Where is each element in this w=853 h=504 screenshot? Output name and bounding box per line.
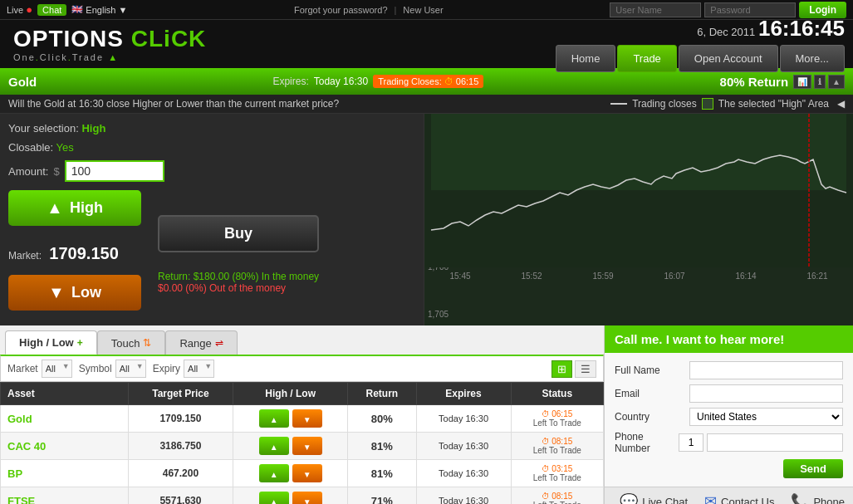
- asset-cell: CAC 40: [1, 433, 129, 460]
- send-button[interactable]: Send: [783, 459, 843, 478]
- header: OPTIONS CLiCK One.Click.Trade ▲ 6, Dec 2…: [0, 20, 853, 68]
- chevron-down-icon: ▼: [118, 5, 127, 15]
- amount-row: Amount: $: [8, 160, 415, 182]
- low-btn-bp[interactable]: ▼: [292, 464, 322, 482]
- username-input[interactable]: [610, 2, 701, 17]
- up-arrow-icon: ▲: [47, 198, 63, 218]
- language-selector[interactable]: 🇬🇧 English ▼: [71, 4, 127, 15]
- symbol-select[interactable]: All: [115, 360, 146, 378]
- market-select[interactable]: All: [42, 360, 72, 378]
- trade-question: Will the Gold at 16:30 close Higher or L…: [8, 98, 339, 110]
- amount-input[interactable]: [65, 160, 164, 182]
- high-area-fill: [431, 114, 846, 190]
- high-label: High: [70, 199, 103, 217]
- forgot-password-link[interactable]: Forgot your password?: [294, 5, 388, 15]
- live-dot: ●: [26, 3, 32, 16]
- phone-number-input[interactable]: [707, 433, 843, 452]
- x-label-4: 16:07: [664, 272, 684, 281]
- return-out-money: $0.00 (0%) Out of the money: [158, 282, 319, 294]
- callme-header: Call me. I want to hear more!: [605, 325, 853, 353]
- arrow-up-icon[interactable]: ▲: [828, 75, 845, 89]
- asset-cell: FTSE: [1, 487, 129, 505]
- hl-buttons: ▲ ▼: [240, 437, 341, 455]
- password-input[interactable]: [704, 2, 796, 17]
- return-value: 80%: [371, 413, 393, 425]
- nav-trade[interactable]: Trade: [617, 45, 676, 72]
- phone-link[interactable]: 📞 Phone: [791, 492, 845, 504]
- table-row: CAC 40 3186.750 ▲ ▼ 81% Today 16:30 ⏱08:…: [1, 433, 604, 460]
- legend-trading-closes: Trading closes: [632, 98, 697, 110]
- high-btn-cac40[interactable]: ▲: [259, 437, 289, 455]
- expiry-select[interactable]: All: [184, 360, 214, 378]
- price-value: 5571.630: [159, 495, 201, 504]
- return-cell: 71%: [348, 487, 416, 505]
- high-btn-bp[interactable]: ▲: [259, 464, 289, 482]
- selection-label: Your selection:: [8, 122, 79, 135]
- return-info: Return: $180.00 (80%) In the money $0.00…: [158, 271, 319, 294]
- status-cell: ⏱08:15 Left To Trade: [511, 487, 603, 505]
- datetime: 6, Dec 2011 16:16:45: [697, 16, 845, 42]
- x-label-1: 15:45: [449, 272, 470, 281]
- phone-icon: 📞: [791, 492, 809, 504]
- low-button[interactable]: ▼ Low: [8, 275, 141, 311]
- y-label-5: 1,705: [428, 310, 454, 319]
- chat-button[interactable]: Chat: [37, 4, 66, 16]
- chart-area: 15:45 15:52 15:59 16:07 16:14 16:21: [424, 114, 853, 288]
- callme-panel: Call me. I want to hear more! Full Name …: [604, 325, 853, 504]
- asset-cell: Gold: [1, 405, 129, 433]
- fullname-label: Full Name: [615, 365, 689, 376]
- time-label: 16:16:45: [758, 16, 845, 41]
- list-view-button[interactable]: ☰: [575, 360, 596, 378]
- price-cell: 467.200: [128, 460, 233, 487]
- phone-inputs: [679, 433, 843, 452]
- country-code-input[interactable]: [679, 433, 703, 452]
- nav-home[interactable]: Home: [556, 45, 616, 72]
- selection-value: High: [81, 122, 105, 135]
- high-btn-gold[interactable]: ▲: [259, 409, 289, 428]
- country-select[interactable]: United States: [689, 408, 843, 426]
- legend-high-area: The selected "High" Area: [718, 98, 829, 110]
- low-btn-gold[interactable]: ▼: [292, 409, 322, 428]
- market-select-wrapper: All: [42, 360, 72, 378]
- expires-value: Today 16:30: [439, 441, 488, 451]
- expires-value: Today 16:30: [314, 76, 368, 87]
- contact-us-link[interactable]: ✉ Contact Us: [704, 492, 774, 504]
- return-icons: 📊 ℹ ▲: [793, 75, 845, 89]
- tab-range[interactable]: Range ⇌: [165, 330, 237, 355]
- chart-x-labels: 15:45 15:52 15:59 16:07 16:14 16:21: [424, 270, 853, 282]
- trade-question-bar: Will the Gold at 16:30 close Higher or L…: [0, 95, 853, 114]
- nav-open-account[interactable]: Open Account: [679, 45, 778, 72]
- status-left: Left To Trade: [518, 473, 596, 482]
- nav-more[interactable]: More...: [780, 45, 845, 72]
- buy-area: Buy Return: $180.00 (80%) In the money $…: [158, 207, 319, 294]
- email-input[interactable]: [689, 384, 843, 403]
- chart-icon[interactable]: 📊: [793, 75, 811, 89]
- trading-closes-label: Trading Closes:: [378, 76, 442, 86]
- symbol-filter-label: Symbol: [79, 363, 112, 374]
- info-icon[interactable]: ℹ: [814, 75, 826, 89]
- status-time: ⏱08:15: [518, 492, 596, 501]
- view-toggle: ⊞ ☰: [552, 360, 596, 378]
- fullname-row: Full Name: [615, 361, 843, 379]
- arrow-left-icon[interactable]: ◀: [837, 98, 845, 110]
- status-cell: ⏱08:15 Left To Trade: [511, 433, 603, 460]
- low-btn-cac40[interactable]: ▼: [292, 437, 322, 455]
- tab-touch[interactable]: Touch ⇅: [97, 330, 166, 355]
- tab-touch-label: Touch: [111, 337, 140, 350]
- logo-sub: One.Click.Trade ▲: [13, 52, 206, 62]
- low-btn-ftse[interactable]: ▼: [292, 492, 322, 504]
- country-label: Country: [615, 411, 689, 423]
- tab-high-low[interactable]: High / Low +: [5, 330, 97, 355]
- hl-cell: ▲ ▼: [233, 460, 348, 487]
- high-btn-ftse[interactable]: ▲: [259, 492, 289, 504]
- status-left: Left To Trade: [518, 501, 596, 504]
- high-button[interactable]: ▲ High: [8, 190, 141, 226]
- plus-icon: +: [77, 337, 83, 349]
- fullname-input[interactable]: [689, 361, 843, 379]
- grid-view-button[interactable]: ⊞: [552, 360, 572, 378]
- touch-icon: ⇅: [143, 337, 151, 349]
- live-chat-link[interactable]: 💬 Live Chat: [620, 492, 688, 504]
- buy-button[interactable]: Buy: [158, 215, 319, 252]
- high-low-buttons: ▲ High Market: 1709.150 ▼ Low: [8, 190, 141, 311]
- new-user-link[interactable]: New User: [403, 5, 443, 15]
